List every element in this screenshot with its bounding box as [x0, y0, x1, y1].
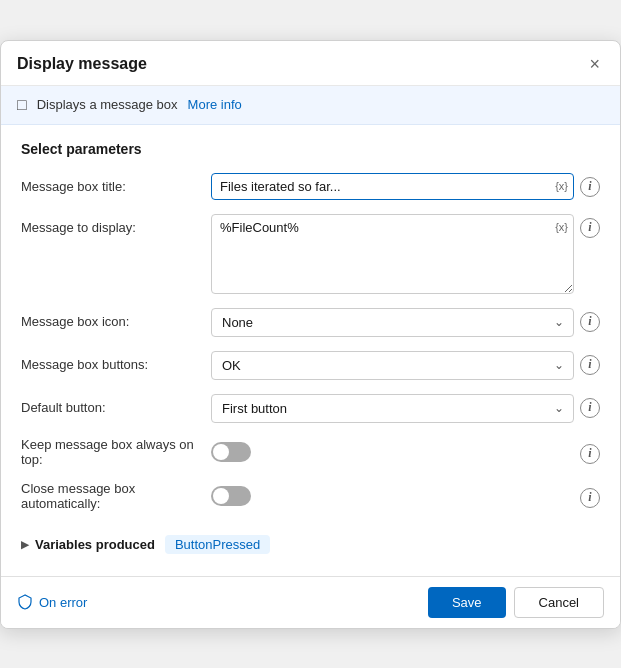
- message-box-icon-select-wrapper: None Information Warning Error ⌄: [211, 308, 574, 337]
- message-box-icon-row: Message box icon: None Information Warni…: [21, 308, 600, 337]
- message-box-buttons-row: Message box buttons: OK OK - Cancel Yes …: [21, 351, 600, 380]
- message-box-title-row: Message box title: {x} i: [21, 173, 600, 200]
- close-auto-label: Close message box automatically:: [21, 481, 211, 511]
- message-box-buttons-control: OK OK - Cancel Yes - No Yes - No - Cance…: [211, 351, 600, 380]
- message-to-display-field: {x} i: [211, 214, 600, 294]
- close-button[interactable]: ×: [585, 53, 604, 75]
- variables-row: ▶ Variables produced ButtonPressed: [21, 525, 600, 560]
- close-auto-slider: [211, 486, 251, 506]
- keep-on-top-toggle[interactable]: [211, 442, 251, 462]
- default-button-control: First button Second button Third button …: [211, 394, 600, 423]
- default-info-icon[interactable]: i: [580, 398, 600, 418]
- message-box-title-field: {x} i: [211, 173, 600, 200]
- shield-icon: [17, 594, 33, 610]
- close-auto-row: Close message box automatically: i: [21, 481, 600, 511]
- dialog-footer: On error Save Cancel: [1, 576, 620, 628]
- message-to-display-input[interactable]: [211, 214, 574, 294]
- message-box-title-label: Message box title:: [21, 173, 211, 194]
- message-to-display-row: Message to display: {x} i: [21, 214, 600, 294]
- message-box-icon-label: Message box icon:: [21, 308, 211, 329]
- default-button-label: Default button:: [21, 394, 211, 415]
- dialog-body: Select parameters Message box title: {x}…: [1, 125, 620, 576]
- message-icon: □: [17, 96, 27, 114]
- default-button-field: First button Second button Third button …: [211, 394, 600, 423]
- info-text: Displays a message box: [37, 97, 178, 112]
- variables-chevron-icon: ▶: [21, 539, 29, 550]
- message-box-icon-control: None Information Warning Error ⌄ i: [211, 308, 600, 337]
- keep-on-top-row: Keep message box always on top: i: [21, 437, 600, 467]
- close-auto-toggle[interactable]: [211, 486, 251, 506]
- message-box-title-wrapper: {x}: [211, 173, 574, 200]
- close-auto-info-icon[interactable]: i: [580, 488, 600, 508]
- display-message-dialog: Display message × □ Displays a message b…: [0, 40, 621, 629]
- more-info-link[interactable]: More info: [188, 97, 242, 112]
- on-error-button[interactable]: On error: [17, 594, 87, 610]
- message-box-buttons-select[interactable]: OK OK - Cancel Yes - No Yes - No - Cance…: [211, 351, 574, 380]
- default-button-row: Default button: First button Second butt…: [21, 394, 600, 423]
- message-box-icon-field: None Information Warning Error ⌄ i: [211, 308, 600, 337]
- footer-actions: Save Cancel: [428, 587, 604, 618]
- keep-on-top-slider: [211, 442, 251, 462]
- display-info-icon[interactable]: i: [580, 218, 600, 238]
- default-button-select-wrapper: First button Second button Third button …: [211, 394, 574, 423]
- default-button-select[interactable]: First button Second button Third button: [211, 394, 574, 423]
- section-title: Select parameters: [21, 141, 600, 157]
- keep-on-top-area: i: [211, 440, 600, 464]
- save-button[interactable]: Save: [428, 587, 506, 618]
- message-box-buttons-label: Message box buttons:: [21, 351, 211, 372]
- buttons-info-icon[interactable]: i: [580, 355, 600, 375]
- variables-label: Variables produced: [35, 537, 155, 552]
- variables-toggle[interactable]: ▶ Variables produced: [21, 537, 155, 552]
- dialog-title: Display message: [17, 55, 147, 73]
- keep-on-top-info-icon[interactable]: i: [580, 444, 600, 464]
- on-error-label: On error: [39, 595, 87, 610]
- message-box-buttons-field: OK OK - Cancel Yes - No Yes - No - Cance…: [211, 351, 600, 380]
- message-box-title-control: {x} i: [211, 173, 600, 200]
- keep-on-top-label: Keep message box always on top:: [21, 437, 211, 467]
- message-to-display-wrapper: {x}: [211, 214, 574, 294]
- message-box-buttons-select-wrapper: OK OK - Cancel Yes - No Yes - No - Cance…: [211, 351, 574, 380]
- button-pressed-tag: ButtonPressed: [165, 535, 270, 554]
- dialog-header: Display message ×: [1, 41, 620, 86]
- icon-info-icon[interactable]: i: [580, 312, 600, 332]
- message-box-icon-select[interactable]: None Information Warning Error: [211, 308, 574, 337]
- cancel-button[interactable]: Cancel: [514, 587, 604, 618]
- message-to-display-label: Message to display:: [21, 214, 211, 235]
- close-auto-area: i: [211, 484, 600, 508]
- title-info-icon[interactable]: i: [580, 177, 600, 197]
- message-box-title-input[interactable]: [211, 173, 574, 200]
- message-to-display-control: {x} i: [211, 214, 600, 294]
- info-banner: □ Displays a message box More info: [1, 86, 620, 125]
